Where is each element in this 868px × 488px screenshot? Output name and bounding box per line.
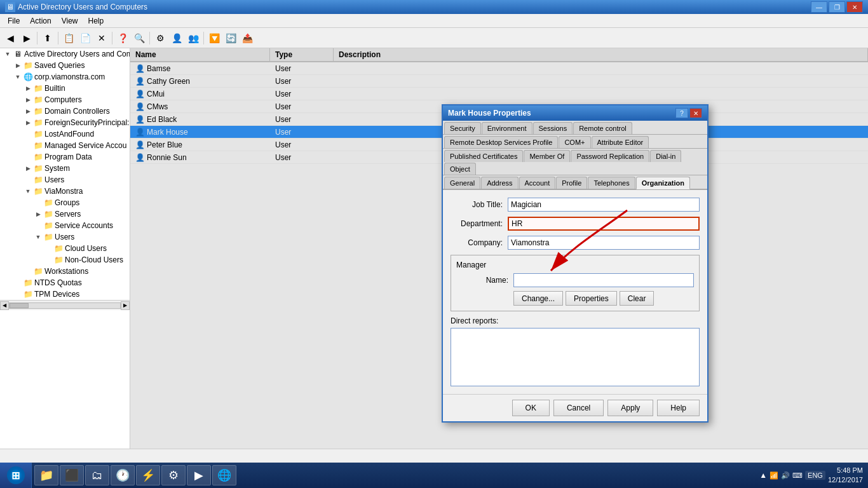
toolbar-back[interactable]: ◀ <box>3 30 18 46</box>
toolbar-copy[interactable]: 📋 <box>61 30 76 46</box>
tree-users-top[interactable]: 📁 Users <box>0 174 130 186</box>
minimize-button[interactable]: — <box>811 1 827 13</box>
taskbar-app-explorer[interactable]: 📁 <box>34 465 58 485</box>
tree-builtin[interactable]: ▶ 📁 Builtin <box>0 83 130 94</box>
scroll-thumb[interactable] <box>10 303 29 308</box>
tab-pwd-repl[interactable]: Password Replication <box>571 150 649 162</box>
tree-lostandfound[interactable]: 📁 LostAndFound <box>0 128 130 140</box>
system-clock[interactable]: 5:48 PM 12/12/2017 <box>828 466 863 485</box>
scroll-right[interactable]: ▶ <box>121 301 130 310</box>
manager-name-input[interactable] <box>513 273 694 287</box>
tree-saved-queries[interactable]: ▶ 📁 Saved Queries <box>0 60 130 71</box>
computers-expander[interactable]: ▶ <box>23 95 33 105</box>
tab-pub-cert[interactable]: Published Certificates <box>444 150 523 162</box>
builtin-expander[interactable]: ▶ <box>23 83 33 93</box>
tree-program-data[interactable]: 📁 Program Data <box>0 151 130 163</box>
srv-expander[interactable]: ▶ <box>33 209 43 219</box>
tree-domain[interactable]: ▼ 🌐 corp.viamonstra.com <box>0 71 130 83</box>
ok-button[interactable]: OK <box>512 400 550 416</box>
saved-queries-expander[interactable]: ▶ <box>13 60 23 71</box>
taskbar-app-settings[interactable]: ⚙ <box>161 465 186 485</box>
show-desktop-icon[interactable]: ▲ <box>759 471 767 480</box>
dialog-close-button[interactable]: ✕ <box>689 108 702 118</box>
users-via-expander[interactable]: ▼ <box>33 232 43 242</box>
start-button[interactable]: ⊞ <box>0 463 32 488</box>
toolbar-user-new[interactable]: 👤 <box>169 30 184 46</box>
close-button[interactable]: ✕ <box>846 1 863 13</box>
tab-general[interactable]: General <box>444 177 480 189</box>
toolbar-search[interactable]: 🔍 <box>132 30 147 46</box>
company-input[interactable] <box>508 236 700 250</box>
cancel-button[interactable]: Cancel <box>553 400 604 416</box>
taskbar-app-ps[interactable]: ⚡ <box>136 465 160 485</box>
root-expander[interactable]: ▼ <box>3 49 13 59</box>
tree-cloud-users[interactable]: 📁 Cloud Users <box>0 243 130 254</box>
restore-button[interactable]: ❐ <box>829 1 845 13</box>
tree-groups[interactable]: 📁 Groups <box>0 197 130 208</box>
tree-computers[interactable]: ▶ 📁 Computers <box>0 94 130 105</box>
menu-view[interactable]: View <box>57 15 83 27</box>
toolbar-paste[interactable]: 📄 <box>78 30 93 46</box>
clear-button[interactable]: Clear <box>620 291 654 306</box>
tab-profile[interactable]: Profile <box>556 177 587 189</box>
dc-expander[interactable]: ▶ <box>23 106 33 116</box>
taskbar-app-cmd[interactable]: ⬛ <box>60 465 84 485</box>
tree-domain-controllers[interactable]: ▶ 📁 Domain Controllers <box>0 105 130 117</box>
tree-viamonstra[interactable]: ▼ 📁 ViaMonstra <box>0 186 130 197</box>
toolbar-forward[interactable]: ▶ <box>19 30 34 46</box>
fsp-expander[interactable]: ▶ <box>23 118 33 128</box>
menu-action[interactable]: Action <box>25 15 56 27</box>
tree-tpm-devices[interactable]: 📁 TPM Devices <box>0 288 130 300</box>
tree-non-cloud-users[interactable]: 📁 Non-Cloud Users <box>0 254 130 266</box>
menu-file[interactable]: File <box>3 15 25 27</box>
properties-button[interactable]: Properties <box>566 291 617 306</box>
toolbar-properties[interactable]: ⚙ <box>153 30 168 46</box>
toolbar-filter[interactable]: 🔽 <box>207 30 222 46</box>
tree-system[interactable]: ▶ 📁 System <box>0 163 130 174</box>
tree-workstations[interactable]: 📁 Workstations <box>0 266 130 277</box>
domain-expander[interactable]: ▼ <box>13 72 23 82</box>
toolbar-help[interactable]: ❓ <box>115 30 130 46</box>
tree-ntds-quotas[interactable]: 📁 NTDS Quotas <box>0 277 130 288</box>
tab-object[interactable]: Object <box>444 163 476 175</box>
tree-managed-service[interactable]: 📁 Managed Service Accou <box>0 140 130 151</box>
apply-button[interactable]: Apply <box>607 400 653 416</box>
tab-telephones[interactable]: Telephones <box>588 177 635 189</box>
scroll-left[interactable]: ◀ <box>0 301 9 310</box>
via-expander[interactable]: ▼ <box>23 186 33 196</box>
tab-member-of[interactable]: Member Of <box>524 150 570 162</box>
tab-account[interactable]: Account <box>519 177 556 189</box>
taskbar-app-files[interactable]: 🗂 <box>85 465 109 485</box>
job-title-input[interactable] <box>508 198 700 212</box>
tab-organization[interactable]: Organization <box>636 177 690 189</box>
tree-users-via[interactable]: ▼ 📁 Users <box>0 231 130 243</box>
tab-attr-editor[interactable]: Attribute Editor <box>592 136 649 148</box>
change-manager-button[interactable]: Change... <box>513 291 563 306</box>
language-indicator[interactable]: ENG <box>805 471 825 480</box>
toolbar-export[interactable]: 📤 <box>240 30 255 46</box>
scroll-track[interactable] <box>9 302 121 309</box>
tab-remote-control[interactable]: Remote control <box>573 122 632 134</box>
tab-dial-in[interactable]: Dial-in <box>650 150 681 162</box>
sys-expander[interactable]: ▶ <box>23 163 33 173</box>
tree-servers[interactable]: ▶ 📁 Servers <box>0 208 130 220</box>
toolbar-up[interactable]: ⬆ <box>40 30 55 46</box>
department-input[interactable] <box>508 217 700 231</box>
help-button[interactable]: Help <box>657 400 700 416</box>
toolbar-group-new[interactable]: 👥 <box>186 30 201 46</box>
tab-rdsp[interactable]: Remote Desktop Services Profile <box>444 136 558 148</box>
tree-root[interactable]: ▼ 🖥 Active Directory Users and Com <box>0 48 130 60</box>
menu-help[interactable]: Help <box>83 15 109 27</box>
toolbar-delete[interactable]: ✕ <box>94 30 109 46</box>
tab-com[interactable]: COM+ <box>559 136 590 148</box>
tab-security[interactable]: Security <box>444 122 481 134</box>
tree-foreign-security[interactable]: ▶ 📁 ForeignSecurityPrincipal: <box>0 117 130 128</box>
tree-service-accounts[interactable]: 📁 Service Accounts <box>0 220 130 231</box>
toolbar-refresh[interactable]: 🔄 <box>223 30 238 46</box>
direct-reports-box[interactable] <box>451 328 700 386</box>
dialog-help-button[interactable]: ? <box>675 108 688 118</box>
tab-environment[interactable]: Environment <box>482 122 532 134</box>
taskbar-app-media[interactable]: ▶ <box>187 465 211 485</box>
tab-sessions[interactable]: Sessions <box>533 122 573 134</box>
taskbar-app-network[interactable]: 🌐 <box>212 465 236 485</box>
